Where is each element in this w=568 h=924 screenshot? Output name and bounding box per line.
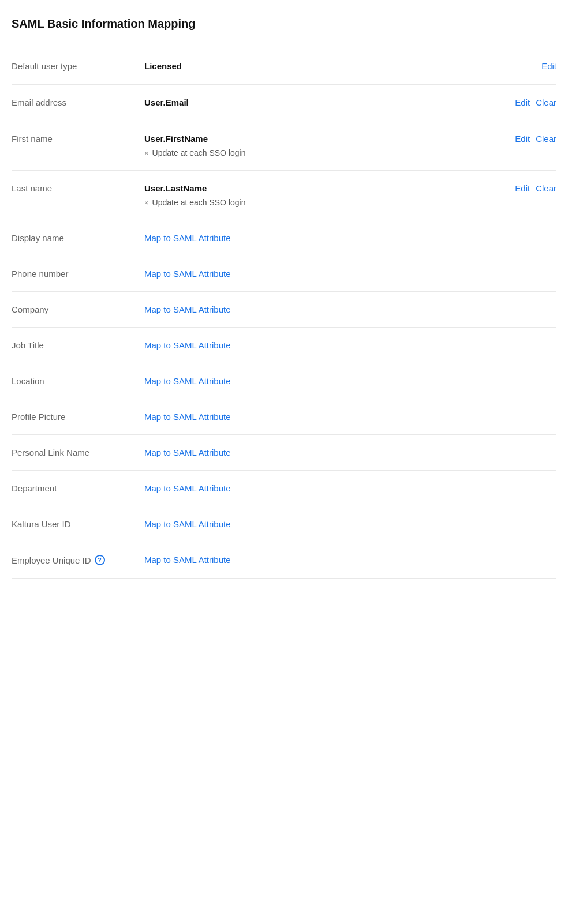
- table-row: LocationMap to SAML Attribute: [12, 363, 556, 399]
- actions-phone-number: [464, 256, 556, 292]
- table-row: CompanyMap to SAML Attribute: [12, 292, 556, 328]
- label-phone-number: Phone number: [12, 256, 139, 292]
- value-display-name[interactable]: Map to SAML Attribute: [139, 220, 464, 256]
- label-location: Location: [12, 363, 139, 399]
- edit-link-last-name[interactable]: Edit: [515, 183, 530, 193]
- table-row: Last nameUser.LastName×Update at each SS…: [12, 171, 556, 220]
- map-link-display-name[interactable]: Map to SAML Attribute: [144, 233, 231, 243]
- map-link-personal-link-name[interactable]: Map to SAML Attribute: [144, 448, 231, 457]
- value-job-title[interactable]: Map to SAML Attribute: [139, 328, 464, 363]
- mapping-table: Default user typeLicensedEditEmail addre…: [12, 48, 556, 579]
- actions-email-address: EditClear: [464, 85, 556, 121]
- map-link-location[interactable]: Map to SAML Attribute: [144, 376, 231, 386]
- value-profile-picture[interactable]: Map to SAML Attribute: [139, 399, 464, 435]
- label-job-title: Job Title: [12, 328, 139, 363]
- x-icon: ×: [144, 149, 149, 157]
- table-row: Display nameMap to SAML Attribute: [12, 220, 556, 256]
- label-profile-picture: Profile Picture: [12, 399, 139, 435]
- help-icon[interactable]: ?: [95, 555, 105, 565]
- map-link-job-title[interactable]: Map to SAML Attribute: [144, 340, 231, 350]
- label-default-user-type: Default user type: [12, 48, 139, 85]
- table-row: Profile PictureMap to SAML Attribute: [12, 399, 556, 435]
- actions-last-name: EditClear: [464, 171, 556, 220]
- value-company[interactable]: Map to SAML Attribute: [139, 292, 464, 328]
- x-icon: ×: [144, 198, 149, 207]
- value-location[interactable]: Map to SAML Attribute: [139, 363, 464, 399]
- mapped-value-default-user-type: Licensed: [144, 61, 182, 71]
- sub-row-text-first-name: Update at each SSO login: [152, 148, 246, 157]
- table-row: Personal Link NameMap to SAML Attribute: [12, 435, 556, 471]
- page-title: SAML Basic Information Mapping: [12, 17, 556, 31]
- clear-link-first-name[interactable]: Clear: [536, 134, 556, 144]
- value-last-name: User.LastName×Update at each SSO login: [139, 171, 464, 220]
- edit-link-email-address[interactable]: Edit: [515, 97, 530, 107]
- value-phone-number[interactable]: Map to SAML Attribute: [139, 256, 464, 292]
- table-row: Employee Unique ID?Map to SAML Attribute: [12, 542, 556, 579]
- table-row: Email addressUser.EmailEditClear: [12, 85, 556, 121]
- value-department[interactable]: Map to SAML Attribute: [139, 471, 464, 506]
- table-row: DepartmentMap to SAML Attribute: [12, 471, 556, 506]
- label-employee-unique-id: Employee Unique ID?: [12, 542, 139, 579]
- actions-department: [464, 471, 556, 506]
- actions-display-name: [464, 220, 556, 256]
- label-last-name: Last name: [12, 171, 139, 220]
- table-row: Default user typeLicensedEdit: [12, 48, 556, 85]
- map-link-department[interactable]: Map to SAML Attribute: [144, 483, 231, 493]
- sub-row-last-name: ×Update at each SSO login: [144, 198, 458, 207]
- label-first-name: First name: [12, 121, 139, 171]
- value-personal-link-name[interactable]: Map to SAML Attribute: [139, 435, 464, 471]
- mapped-value-last-name: User.LastName: [144, 183, 207, 193]
- label-department: Department: [12, 471, 139, 506]
- clear-link-email-address[interactable]: Clear: [536, 97, 556, 107]
- actions-profile-picture: [464, 399, 556, 435]
- sub-row-first-name: ×Update at each SSO login: [144, 148, 458, 157]
- clear-link-last-name[interactable]: Clear: [536, 183, 556, 193]
- label-display-name: Display name: [12, 220, 139, 256]
- actions-employee-unique-id: [464, 542, 556, 579]
- map-link-employee-unique-id[interactable]: Map to SAML Attribute: [144, 555, 231, 565]
- table-row: Job TitleMap to SAML Attribute: [12, 328, 556, 363]
- sub-row-text-last-name: Update at each SSO login: [152, 198, 246, 207]
- actions-location: [464, 363, 556, 399]
- mapped-value-email-address: User.Email: [144, 97, 189, 107]
- value-default-user-type: Licensed: [139, 48, 464, 85]
- table-row: First nameUser.FirstName×Update at each …: [12, 121, 556, 171]
- map-link-profile-picture[interactable]: Map to SAML Attribute: [144, 412, 231, 422]
- map-link-company[interactable]: Map to SAML Attribute: [144, 305, 231, 314]
- label-personal-link-name: Personal Link Name: [12, 435, 139, 471]
- mapped-value-first-name: User.FirstName: [144, 134, 208, 144]
- label-company: Company: [12, 292, 139, 328]
- actions-personal-link-name: [464, 435, 556, 471]
- map-link-phone-number[interactable]: Map to SAML Attribute: [144, 269, 231, 279]
- value-first-name: User.FirstName×Update at each SSO login: [139, 121, 464, 171]
- label-email-address: Email address: [12, 85, 139, 121]
- table-row: Phone numberMap to SAML Attribute: [12, 256, 556, 292]
- actions-job-title: [464, 328, 556, 363]
- actions-kaltura-user-id: [464, 506, 556, 542]
- actions-first-name: EditClear: [464, 121, 556, 171]
- value-email-address: User.Email: [139, 85, 464, 121]
- edit-link-first-name[interactable]: Edit: [515, 134, 530, 144]
- table-row: Kaltura User IDMap to SAML Attribute: [12, 506, 556, 542]
- value-employee-unique-id[interactable]: Map to SAML Attribute: [139, 542, 464, 579]
- actions-company: [464, 292, 556, 328]
- actions-default-user-type: Edit: [464, 48, 556, 85]
- label-kaltura-user-id: Kaltura User ID: [12, 506, 139, 542]
- edit-link-default-user-type[interactable]: Edit: [541, 61, 556, 71]
- value-kaltura-user-id[interactable]: Map to SAML Attribute: [139, 506, 464, 542]
- map-link-kaltura-user-id[interactable]: Map to SAML Attribute: [144, 519, 231, 529]
